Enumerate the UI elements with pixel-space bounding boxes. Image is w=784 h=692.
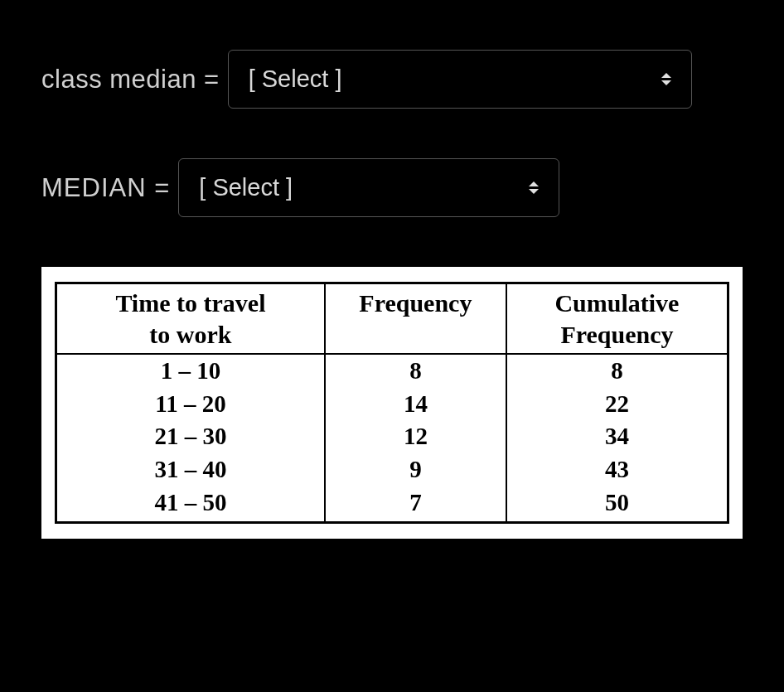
select-placeholder-text: [ Select ] — [199, 174, 293, 201]
cell-freq: 12 — [325, 420, 506, 453]
cell-range: 11 – 20 — [56, 388, 325, 421]
cell-range: 41 – 50 — [56, 486, 325, 523]
table-row: 41 – 50 7 50 — [56, 486, 728, 523]
cell-range: 21 – 30 — [56, 420, 325, 453]
class-median-select[interactable]: [ Select ] — [228, 50, 692, 109]
median-label: MEDIAN = — [41, 173, 170, 203]
cell-cum: 50 — [506, 486, 728, 523]
class-median-label: class median = — [41, 65, 220, 94]
table-header-row: Time to travel to work Frequency Cumulat… — [56, 283, 728, 355]
frequency-table: Time to travel to work Frequency Cumulat… — [55, 282, 729, 524]
header-frequency: Frequency — [325, 283, 506, 355]
cell-freq: 8 — [325, 354, 506, 388]
frequency-table-container: Time to travel to work Frequency Cumulat… — [41, 267, 743, 539]
select-placeholder-text: [ Select ] — [249, 65, 342, 93]
table-row: 1 – 10 8 8 — [56, 354, 728, 388]
chevron-updown-icon — [661, 73, 671, 85]
cell-cum: 34 — [506, 420, 728, 453]
class-median-row: class median = [ Select ] — [41, 50, 743, 109]
cell-freq: 14 — [325, 388, 506, 421]
cell-cum: 43 — [506, 453, 728, 486]
cell-range: 31 – 40 — [56, 453, 325, 486]
table-row: 21 – 30 12 34 — [56, 420, 728, 453]
cell-cum: 8 — [506, 354, 728, 388]
chevron-updown-icon — [529, 181, 539, 194]
cell-range: 1 – 10 — [56, 354, 325, 388]
header-cumulative: Cumulative Frequency — [506, 283, 728, 355]
cell-freq: 7 — [325, 486, 506, 523]
table-row: 31 – 40 9 43 — [56, 453, 728, 486]
median-select[interactable]: [ Select ] — [178, 158, 559, 217]
cell-cum: 22 — [506, 388, 728, 421]
table-row: 11 – 20 14 22 — [56, 388, 728, 421]
cell-freq: 9 — [325, 453, 506, 486]
median-row: MEDIAN = [ Select ] — [41, 158, 743, 217]
header-time: Time to travel to work — [56, 283, 325, 355]
